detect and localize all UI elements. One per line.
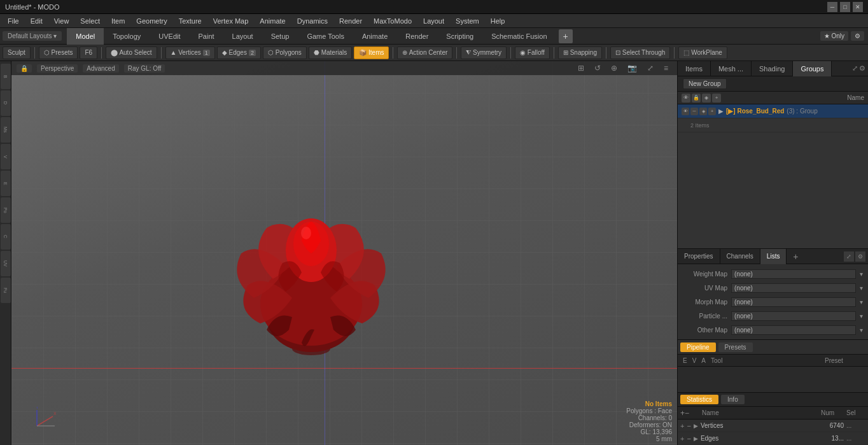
symmetry-button[interactable]: ⧨ Symmetry (461, 46, 507, 59)
morph-map-dropdown[interactable]: ▾ (860, 299, 863, 306)
vertices-button[interactable]: ▲ Vertices 1 (165, 46, 215, 59)
particle-dropdown[interactable]: ▾ (860, 313, 863, 320)
tab-scripting[interactable]: Scripting (437, 28, 482, 45)
uv-map-dropdown[interactable]: ▾ (860, 285, 863, 292)
presets-tab[interactable]: Presets (718, 343, 753, 352)
stats-vertices-plus[interactable]: + (680, 422, 684, 430)
action-center-button[interactable]: ⊕ Action Center (397, 46, 452, 59)
rpanel-tab-groups[interactable]: Groups (793, 61, 832, 76)
menu-texture[interactable]: Texture (174, 16, 207, 26)
other-map-dropdown[interactable]: ▾ (860, 327, 863, 334)
left-tool-v[interactable]: V (1, 144, 11, 169)
tab-layout[interactable]: Layout (223, 28, 262, 45)
default-layouts-dropdown[interactable]: Default Layouts ▾ (3, 31, 62, 41)
stats-vertices-expand[interactable]: ▶ (694, 423, 698, 429)
minimize-button[interactable]: ─ (827, 2, 837, 12)
select-through-button[interactable]: ⊡ Select Through (610, 46, 670, 59)
workplane-button[interactable]: ⬚ WorkPlane (678, 46, 727, 59)
stats-edges-expand[interactable]: ▶ (694, 435, 698, 442)
menu-view[interactable]: View (49, 16, 74, 26)
fit-icon[interactable]: ⊞ (574, 63, 588, 73)
menu-vertex-map[interactable]: Vertex Map (208, 16, 254, 26)
pcl-tab-properties[interactable]: Properties (678, 249, 720, 264)
lock-icon[interactable]: 🔒 (692, 94, 701, 102)
render-icon-row[interactable]: ◈ (699, 108, 707, 115)
menu-animate[interactable]: Animate (255, 16, 290, 26)
pcl-tab-lists[interactable]: Lists (760, 249, 787, 264)
left-tool-ms[interactable]: Ms (1, 117, 11, 143)
rpanel-settings-button[interactable]: ⚙ (859, 64, 865, 73)
tab-uvedit[interactable]: UVEdit (150, 28, 189, 45)
stats-edges-minus[interactable]: − (687, 435, 690, 442)
stats-add-button[interactable]: + (680, 409, 685, 418)
zoom-icon[interactable]: ⊕ (607, 63, 621, 73)
rotate-icon[interactable]: ↺ (591, 63, 605, 73)
menu-edit[interactable]: Edit (25, 16, 48, 26)
falloff-button[interactable]: ◉ Falloff (515, 46, 550, 59)
menu-select[interactable]: Select (75, 16, 105, 26)
info-tab[interactable]: Info (721, 395, 745, 404)
menu-geometry[interactable]: Geometry (131, 16, 172, 26)
menu-render[interactable]: Render (334, 16, 367, 26)
menu-layout[interactable]: Layout (418, 16, 449, 26)
left-tool-b[interactable]: B (1, 64, 11, 89)
menu-help[interactable]: Help (486, 16, 510, 26)
ray-gl-off[interactable]: Ray GL: Off (124, 64, 165, 73)
materials-button[interactable]: ⬣ Materials (309, 46, 352, 59)
tab-render[interactable]: Render (396, 28, 437, 45)
sculpt-button[interactable]: Sculpt (3, 46, 31, 59)
pcl-tab-channels[interactable]: Channels (720, 249, 760, 264)
add-tab-button[interactable]: + (559, 29, 573, 43)
weight-map-dropdown[interactable]: ▾ (860, 271, 863, 278)
tab-paint[interactable]: Paint (190, 28, 223, 45)
left-tool-fu[interactable]: Fu (1, 278, 11, 303)
stats-remove-button[interactable]: − (685, 409, 689, 418)
settings-button[interactable]: ⚙ (851, 31, 864, 41)
camera-icon[interactable]: 📷 (624, 63, 641, 73)
only-button[interactable]: ★ Only (820, 31, 848, 41)
menu-system[interactable]: System (451, 16, 484, 26)
left-tool-d[interactable]: D (1, 90, 11, 116)
menu-file[interactable]: File (3, 16, 24, 26)
edges-button[interactable]: ◆ Edges 2 (217, 46, 261, 59)
pcl-expand-icon[interactable]: ⤢ (844, 251, 854, 262)
polygons-button[interactable]: ⬡ Polygons (263, 46, 307, 59)
more-icon[interactable]: ≡ (660, 63, 672, 73)
items-button[interactable]: 📦 Items (354, 46, 389, 59)
lock-icon-row[interactable]: ─ (690, 108, 698, 115)
left-tool-c[interactable]: C (1, 224, 11, 250)
render-icon[interactable]: ◈ (702, 94, 711, 102)
items-row-rose[interactable]: 👁 ─ ◈ + ▶ [▶] Rose_Bud_Red (3) : Group (678, 104, 868, 118)
expand-icon[interactable]: ⤢ (643, 63, 657, 73)
stats-vertices-minus[interactable]: − (687, 422, 690, 430)
tab-setup[interactable]: Setup (262, 28, 298, 45)
perspective-view[interactable]: Perspective (37, 64, 78, 73)
statistics-tab[interactable]: Statistics (680, 395, 718, 404)
eye-icon-row[interactable]: 👁 (682, 108, 689, 115)
presets-button[interactable]: ⬡ Presets (39, 46, 78, 59)
menu-maxtomodo[interactable]: MaxToModo (368, 16, 417, 26)
advanced-view[interactable]: Advanced (83, 64, 118, 73)
left-tool-e[interactable]: E (1, 171, 11, 196)
tab-game-tools[interactable]: Game Tools (298, 28, 353, 45)
add-icon-row[interactable]: + (708, 108, 716, 115)
f6-button[interactable]: F6 (80, 46, 97, 59)
left-tool-pol[interactable]: Po (1, 197, 11, 223)
rpanel-tab-shading[interactable]: Shading (752, 61, 793, 76)
new-group-button[interactable]: New Group (683, 78, 727, 89)
close-button[interactable]: ✕ (853, 2, 863, 12)
tab-schematic-fusion[interactable]: Schematic Fusion (482, 28, 556, 45)
tab-animate[interactable]: Animate (353, 28, 396, 45)
item-expand-icon[interactable]: ▶ (718, 108, 724, 115)
snapping-button[interactable]: ⊞ Snapping (558, 46, 602, 59)
rpanel-expand-button[interactable]: ⤢ (852, 64, 858, 73)
viewport-lock-icon[interactable]: 🔒 (17, 64, 32, 73)
plus-col-icon[interactable]: + (712, 94, 721, 102)
tab-model[interactable]: Model (67, 28, 104, 45)
rpanel-tab-items[interactable]: Items (678, 61, 711, 76)
menu-item[interactable]: Item (106, 16, 130, 26)
viewport[interactable]: 🔒 Perspective Advanced Ray GL: Off ⊞ ↺ ⊕… (11, 61, 677, 445)
eye-icon[interactable]: 👁 (682, 94, 690, 102)
menu-dynamics[interactable]: Dynamics (292, 16, 333, 26)
auto-select-button[interactable]: ⬤ Auto Select (106, 46, 157, 59)
